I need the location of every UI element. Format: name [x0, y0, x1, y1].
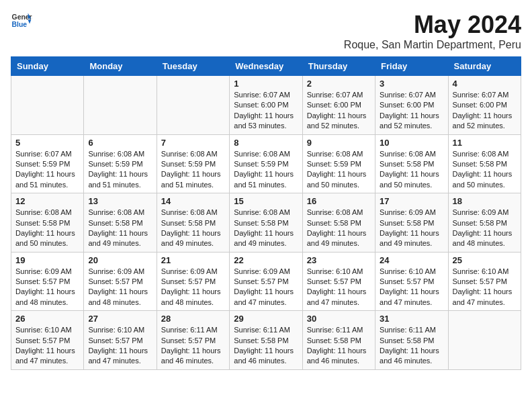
- calendar-cell: 30Sunrise: 6:11 AM Sunset: 5:58 PM Dayli…: [302, 311, 375, 370]
- day-info: Sunrise: 6:08 AM Sunset: 5:59 PM Dayligh…: [234, 149, 298, 191]
- day-number: 28: [161, 314, 225, 324]
- calendar-cell: 10Sunrise: 6:08 AM Sunset: 5:58 PM Dayli…: [375, 134, 448, 193]
- header-day-tuesday: Tuesday: [157, 57, 229, 76]
- day-number: 20: [88, 255, 152, 265]
- day-number: 4: [453, 79, 517, 89]
- day-number: 8: [234, 138, 298, 148]
- calendar-cell: 1Sunrise: 6:07 AM Sunset: 6:00 PM Daylig…: [230, 76, 302, 135]
- day-number: 30: [307, 314, 371, 324]
- day-number: 12: [15, 196, 79, 206]
- calendar-cell: 29Sunrise: 6:11 AM Sunset: 5:58 PM Dayli…: [230, 311, 302, 370]
- week-row-5: 26Sunrise: 6:10 AM Sunset: 5:57 PM Dayli…: [11, 311, 521, 370]
- calendar-cell: [157, 76, 229, 135]
- calendar-cell: 20Sunrise: 6:09 AM Sunset: 5:57 PM Dayli…: [84, 252, 157, 311]
- day-info: Sunrise: 6:07 AM Sunset: 6:00 PM Dayligh…: [307, 90, 371, 132]
- day-number: 17: [380, 196, 443, 206]
- day-info: Sunrise: 6:11 AM Sunset: 5:58 PM Dayligh…: [307, 325, 371, 367]
- day-number: 26: [15, 314, 79, 324]
- calendar-cell: [448, 311, 521, 370]
- header-day-thursday: Thursday: [302, 57, 375, 76]
- calendar-cell: 4Sunrise: 6:07 AM Sunset: 6:00 PM Daylig…: [448, 76, 521, 135]
- calendar-cell: 17Sunrise: 6:09 AM Sunset: 5:58 PM Dayli…: [375, 193, 448, 253]
- calendar-cell: 16Sunrise: 6:08 AM Sunset: 5:58 PM Dayli…: [302, 193, 375, 253]
- calendar-cell: [84, 76, 157, 135]
- day-number: 6: [88, 138, 152, 148]
- header-day-sunday: Sunday: [11, 57, 84, 76]
- week-row-2: 5Sunrise: 6:07 AM Sunset: 5:59 PM Daylig…: [11, 134, 521, 193]
- day-info: Sunrise: 6:07 AM Sunset: 5:59 PM Dayligh…: [15, 149, 79, 191]
- day-info: Sunrise: 6:08 AM Sunset: 5:59 PM Dayligh…: [307, 149, 371, 191]
- day-number: 5: [15, 138, 79, 148]
- header-day-friday: Friday: [375, 57, 448, 76]
- day-number: 1: [234, 79, 298, 89]
- day-info: Sunrise: 6:09 AM Sunset: 5:57 PM Dayligh…: [15, 267, 79, 308]
- title-area: May 2024 Roque, San Martin Department, P…: [344, 11, 521, 51]
- day-info: Sunrise: 6:10 AM Sunset: 5:57 PM Dayligh…: [380, 267, 443, 308]
- day-info: Sunrise: 6:09 AM Sunset: 5:57 PM Dayligh…: [88, 267, 152, 308]
- header: General Blue May 2024 Roque, San Martin …: [11, 11, 521, 51]
- calendar-cell: 23Sunrise: 6:10 AM Sunset: 5:57 PM Dayli…: [302, 252, 375, 311]
- day-info: Sunrise: 6:08 AM Sunset: 5:58 PM Dayligh…: [453, 149, 517, 191]
- day-number: 24: [380, 255, 443, 265]
- day-info: Sunrise: 6:11 AM Sunset: 5:57 PM Dayligh…: [161, 325, 225, 367]
- logo: General Blue: [11, 11, 32, 30]
- day-number: 15: [234, 196, 298, 206]
- location: Roque, San Martin Department, Peru: [344, 39, 521, 51]
- day-number: 19: [15, 255, 79, 265]
- day-info: Sunrise: 6:07 AM Sunset: 6:00 PM Dayligh…: [380, 90, 443, 132]
- day-number: 23: [307, 255, 371, 265]
- day-info: Sunrise: 6:09 AM Sunset: 5:57 PM Dayligh…: [161, 267, 225, 308]
- calendar-cell: 21Sunrise: 6:09 AM Sunset: 5:57 PM Dayli…: [157, 252, 229, 311]
- calendar-cell: 27Sunrise: 6:10 AM Sunset: 5:57 PM Dayli…: [84, 311, 157, 370]
- calendar-cell: 5Sunrise: 6:07 AM Sunset: 5:59 PM Daylig…: [11, 134, 84, 193]
- week-row-1: 1Sunrise: 6:07 AM Sunset: 6:00 PM Daylig…: [11, 76, 521, 135]
- day-number: 3: [380, 79, 443, 89]
- calendar-cell: 2Sunrise: 6:07 AM Sunset: 6:00 PM Daylig…: [302, 76, 375, 135]
- day-info: Sunrise: 6:07 AM Sunset: 6:00 PM Dayligh…: [453, 90, 517, 132]
- day-number: 21: [161, 255, 225, 265]
- calendar-cell: 26Sunrise: 6:10 AM Sunset: 5:57 PM Dayli…: [11, 311, 84, 370]
- calendar-table: SundayMondayTuesdayWednesdayThursdayFrid…: [11, 56, 521, 370]
- svg-marker-3: [28, 19, 32, 24]
- day-number: 27: [88, 314, 152, 324]
- calendar-cell: 25Sunrise: 6:10 AM Sunset: 5:57 PM Dayli…: [448, 252, 521, 311]
- header-row: SundayMondayTuesdayWednesdayThursdayFrid…: [11, 57, 521, 76]
- header-day-wednesday: Wednesday: [230, 57, 302, 76]
- calendar-cell: 28Sunrise: 6:11 AM Sunset: 5:57 PM Dayli…: [157, 311, 229, 370]
- day-info: Sunrise: 6:10 AM Sunset: 5:57 PM Dayligh…: [307, 267, 371, 308]
- day-number: 14: [161, 196, 225, 206]
- day-info: Sunrise: 6:11 AM Sunset: 5:58 PM Dayligh…: [234, 325, 298, 367]
- day-number: 18: [453, 196, 517, 206]
- calendar-cell: [11, 76, 84, 135]
- day-info: Sunrise: 6:10 AM Sunset: 5:57 PM Dayligh…: [15, 325, 79, 367]
- day-info: Sunrise: 6:08 AM Sunset: 5:59 PM Dayligh…: [161, 149, 225, 191]
- day-number: 13: [88, 196, 152, 206]
- week-row-3: 12Sunrise: 6:08 AM Sunset: 5:58 PM Dayli…: [11, 193, 521, 253]
- day-info: Sunrise: 6:10 AM Sunset: 5:57 PM Dayligh…: [88, 325, 152, 367]
- calendar-cell: 19Sunrise: 6:09 AM Sunset: 5:57 PM Dayli…: [11, 252, 84, 311]
- header-day-monday: Monday: [84, 57, 157, 76]
- calendar-cell: 9Sunrise: 6:08 AM Sunset: 5:59 PM Daylig…: [302, 134, 375, 193]
- logo-icon: General Blue: [11, 11, 32, 30]
- calendar-cell: 18Sunrise: 6:09 AM Sunset: 5:58 PM Dayli…: [448, 193, 521, 253]
- calendar-cell: 11Sunrise: 6:08 AM Sunset: 5:58 PM Dayli…: [448, 134, 521, 193]
- calendar-cell: 7Sunrise: 6:08 AM Sunset: 5:59 PM Daylig…: [157, 134, 229, 193]
- day-info: Sunrise: 6:11 AM Sunset: 5:58 PM Dayligh…: [380, 325, 443, 367]
- day-info: Sunrise: 6:08 AM Sunset: 5:58 PM Dayligh…: [88, 208, 152, 249]
- day-number: 25: [453, 255, 517, 265]
- day-number: 11: [453, 138, 517, 148]
- calendar-cell: 3Sunrise: 6:07 AM Sunset: 6:00 PM Daylig…: [375, 76, 448, 135]
- day-number: 22: [234, 255, 298, 265]
- calendar-cell: 24Sunrise: 6:10 AM Sunset: 5:57 PM Dayli…: [375, 252, 448, 311]
- day-info: Sunrise: 6:09 AM Sunset: 5:57 PM Dayligh…: [234, 267, 298, 308]
- day-number: 9: [307, 138, 371, 148]
- day-info: Sunrise: 6:07 AM Sunset: 6:00 PM Dayligh…: [234, 90, 298, 132]
- calendar-cell: 12Sunrise: 6:08 AM Sunset: 5:58 PM Dayli…: [11, 193, 84, 253]
- day-number: 10: [380, 138, 443, 148]
- day-info: Sunrise: 6:08 AM Sunset: 5:58 PM Dayligh…: [15, 208, 79, 249]
- day-number: 16: [307, 196, 371, 206]
- day-info: Sunrise: 6:09 AM Sunset: 5:58 PM Dayligh…: [453, 208, 517, 249]
- day-info: Sunrise: 6:08 AM Sunset: 5:58 PM Dayligh…: [307, 208, 371, 249]
- day-info: Sunrise: 6:08 AM Sunset: 5:58 PM Dayligh…: [380, 149, 443, 191]
- day-info: Sunrise: 6:08 AM Sunset: 5:58 PM Dayligh…: [234, 208, 298, 249]
